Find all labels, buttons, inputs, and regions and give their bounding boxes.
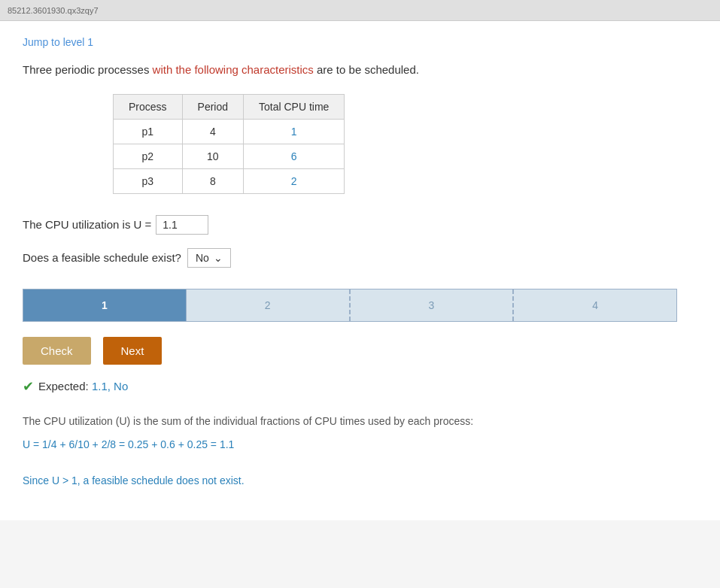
jump-to-level-link[interactable]: Jump to level 1: [23, 36, 697, 48]
explanation-line2: U = 1/4 + 6/10 + 2/8 = 0.25 + 0.6 + 0.25…: [23, 436, 697, 454]
checkmark-icon: ✔: [23, 378, 34, 395]
check-button[interactable]: Check: [23, 337, 91, 365]
table-row: p3 8 2: [114, 168, 345, 193]
explanation-formula: U = 1/4 + 6/10 + 2/8 = 0.25 + 0.6 + 0.25…: [23, 438, 234, 450]
explanation-line3: Since U > 1, a feasible schedule does no…: [23, 472, 697, 490]
next-button[interactable]: Next: [103, 337, 163, 365]
progress-segment-4[interactable]: 4: [512, 289, 676, 321]
col-header-process: Process: [114, 94, 183, 119]
feasible-dropdown[interactable]: No ⌄: [187, 248, 231, 268]
feasible-value: No: [196, 252, 209, 264]
table-row: p1 4 1: [114, 119, 345, 144]
expected-value: 1.1, No: [92, 380, 128, 393]
period-cell: 8: [182, 168, 243, 193]
cpu-util-input[interactable]: [156, 215, 208, 235]
intro-text-colored: with the following characteristics: [153, 63, 314, 76]
process-cell: p3: [114, 168, 183, 193]
process-table-wrapper: Process Period Total CPU time p1 4 1 p2 …: [113, 94, 697, 194]
cpu-cell: 2: [244, 168, 345, 193]
progress-bar: 1234: [23, 289, 677, 322]
progress-segment-3[interactable]: 3: [349, 289, 513, 321]
cpu-cell: 1: [244, 119, 345, 144]
cpu-utilization-row: The CPU utilization is U =: [23, 215, 697, 235]
col-header-period: Period: [182, 94, 243, 119]
explanation-line1: The CPU utilization (U) is the sum of th…: [23, 413, 697, 431]
period-cell: 4: [182, 119, 243, 144]
expected-text: Expected: 1.1, No: [38, 380, 128, 393]
main-content: Jump to level 1 Three periodic processes…: [0, 21, 720, 520]
chevron-down-icon: ⌄: [214, 252, 223, 264]
process-table: Process Period Total CPU time p1 4 1 p2 …: [113, 94, 345, 194]
feasible-label: Does a feasible schedule exist?: [23, 251, 181, 264]
period-cell: 10: [182, 144, 243, 168]
buttons-row: Check Next: [23, 337, 697, 365]
process-cell: p1: [114, 119, 183, 144]
expected-row: ✔ Expected: 1.1, No: [23, 378, 697, 395]
intro-text-before: Three periodic processes: [23, 63, 153, 76]
progress-segment-1[interactable]: 1: [23, 289, 186, 321]
explanation-text1: The CPU utilization (U) is the sum of th…: [23, 415, 473, 427]
top-bar: 85212.3601930.qx3zqy7: [0, 0, 720, 21]
cpu-util-label: The CPU utilization is U =: [23, 218, 151, 231]
process-cell: p2: [114, 144, 183, 168]
feasible-row: Does a feasible schedule exist? No ⌄: [23, 248, 697, 268]
intro-paragraph: Three periodic processes with the follow…: [23, 62, 697, 79]
cpu-cell: 6: [244, 144, 345, 168]
col-header-cpu-time: Total CPU time: [244, 94, 345, 119]
progress-segment-2[interactable]: 2: [186, 289, 349, 321]
page-id: 85212.3601930.qx3zqy7: [8, 6, 99, 15]
expected-label: Expected:: [38, 380, 92, 393]
table-row: p2 10 6: [114, 144, 345, 168]
intro-text-after: are to be scheduled.: [314, 63, 419, 76]
